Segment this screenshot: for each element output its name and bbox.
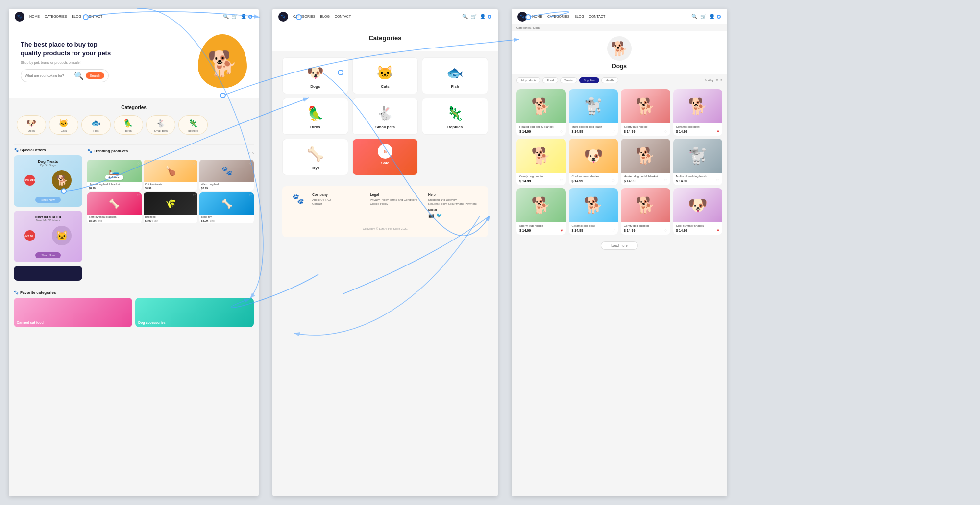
category-fish[interactable]: 🐟 Fish: [81, 115, 111, 135]
cat-fish-img: 🐟: [443, 63, 467, 82]
cat-box-cats[interactable]: 🐱 Cats: [352, 57, 418, 94]
prod-heart-4[interactable]: ♥: [717, 129, 719, 134]
footer-privacy-link[interactable]: Privacy Policy Terms and Conditions: [370, 198, 420, 201]
prod-heart-9[interactable]: ♥: [561, 228, 563, 233]
prod-heart-6[interactable]: ♡: [612, 179, 615, 183]
category-reptiles[interactable]: 🦎 Reptiles: [178, 115, 208, 135]
nav-home-link[interactable]: HOME: [29, 15, 40, 18]
prod-heart-11[interactable]: ♡: [664, 228, 667, 233]
prev-arrow[interactable]: ‹: [248, 150, 250, 156]
nav-blog-link-2[interactable]: BLOG: [320, 15, 329, 18]
category-birds[interactable]: 🦜 Birds: [114, 115, 143, 135]
filter-food[interactable]: Food: [542, 77, 558, 83]
nav-blog-link[interactable]: BLOG: [72, 15, 81, 18]
prod-heart-2[interactable]: ♡: [612, 129, 615, 134]
shop-now-btn-1[interactable]: Shop Now: [35, 197, 61, 203]
footer-shipping-link[interactable]: Shipping and Delivery: [428, 198, 478, 201]
prod-info-1: Heated dog bed & blanket $ 14.99 ♡: [516, 123, 566, 136]
nav-home-3[interactable]: HOME: [532, 15, 542, 18]
nav-contact-3[interactable]: CONTACT: [589, 15, 605, 18]
load-more-button[interactable]: Load more: [601, 241, 637, 250]
prod-heart-12[interactable]: ♥: [717, 228, 719, 233]
footer-company-title: Company: [312, 193, 362, 196]
filter-health[interactable]: Health: [601, 77, 618, 83]
heart-icon-5[interactable]: ♡: [193, 194, 196, 198]
shop-now-btn-2[interactable]: Shop Now: [35, 252, 61, 258]
prod-heart-1[interactable]: ♡: [560, 129, 563, 134]
prod-price-5: $ 14.99: [519, 179, 531, 183]
product-img-2: 🍗: [144, 160, 198, 182]
heart-icon-4[interactable]: ♡: [137, 194, 140, 198]
search-icon[interactable]: 🔍: [223, 14, 229, 19]
filter-supplies[interactable]: Supplies: [579, 77, 599, 83]
product-name-6: Bone toy: [199, 215, 254, 219]
prod-heart-10[interactable]: ♡: [612, 228, 615, 233]
cart-icon-2[interactable]: 🛒: [471, 14, 477, 19]
prod-price-row-2: $ 14.99 ♡: [572, 129, 615, 134]
cat-box-reptiles[interactable]: 🦎 Reptiles: [422, 98, 488, 135]
divider-1: [14, 144, 254, 145]
prod-heart-7[interactable]: ♡: [664, 179, 667, 183]
footer-about-link[interactable]: About Us FAQ: [312, 198, 362, 201]
heart-icon-2[interactable]: ♡: [193, 161, 196, 166]
prod-img-3: 🐕: [621, 89, 670, 123]
prod-heart-8[interactable]: ♡: [716, 179, 719, 183]
dogs-category-header: 🐕 Dogs: [512, 31, 727, 74]
cat-reptiles-name: Reptiles: [427, 125, 483, 129]
footer-cookie-link[interactable]: Cookie Policy: [370, 202, 420, 205]
filter-treats[interactable]: Treats: [560, 77, 577, 83]
footer-company-col: Company About Us FAQ Contact: [312, 193, 362, 218]
nav-cats-link[interactable]: CATEGORIES: [293, 15, 315, 18]
cat-box-small-pets[interactable]: 🐇 Small pets: [352, 98, 418, 135]
nav-cats-3[interactable]: CATEGORIES: [547, 15, 569, 18]
cat-box-toys[interactable]: 🦴 Toys: [282, 139, 348, 175]
cat-box-birds[interactable]: 🦜 Birds: [282, 98, 348, 135]
filter-all[interactable]: All products: [516, 77, 540, 83]
search-button[interactable]: Search: [86, 72, 104, 79]
sort-dropdown-icon[interactable]: ▼: [716, 79, 719, 82]
prod-price-10: $ 14.99: [572, 229, 583, 232]
category-small-pets[interactable]: 🐇 Small pets: [146, 115, 175, 135]
heart-icon-3[interactable]: ♡: [249, 161, 252, 166]
nav-categories-link[interactable]: CATEGORIES: [45, 15, 67, 18]
search-icon-3[interactable]: 🔍: [691, 14, 697, 19]
heart-icon-1[interactable]: ♡: [137, 161, 140, 166]
prod-img-11: 🐕: [621, 188, 670, 222]
prod-heart-5[interactable]: ♡: [560, 179, 563, 183]
cart-icon-3[interactable]: 🛒: [700, 14, 706, 19]
cart-icon[interactable]: 🛒: [232, 14, 238, 19]
twitter-icon[interactable]: 🐦: [436, 213, 442, 218]
heart-icon-6[interactable]: ♡: [249, 194, 252, 198]
nav-contact-link-2[interactable]: CONTACT: [335, 15, 351, 18]
user-icon[interactable]: 👤: [241, 14, 246, 19]
add-to-cart-btn-1[interactable]: Add to cart: [105, 175, 123, 180]
fav-dog-accessories-card[interactable]: Dog accessories: [135, 298, 254, 327]
prod-heart-3[interactable]: ♡: [664, 129, 667, 134]
nav-blog-3[interactable]: BLOG: [574, 15, 584, 18]
category-cats[interactable]: 🐱 Cats: [49, 115, 78, 135]
search-icon-2[interactable]: 🔍: [462, 14, 468, 19]
next-arrow[interactable]: ›: [252, 150, 254, 156]
nav-links-2: CATEGORIES BLOG CONTACT: [293, 15, 462, 18]
cat-box-fish[interactable]: 🐟 Fish: [422, 57, 488, 94]
chicken-icon: 🍗: [165, 166, 176, 176]
special-offers-column: 🐾 Special offers Dog Treats By DL Dogs 3…: [14, 148, 82, 281]
instagram-icon[interactable]: 📷: [428, 213, 434, 218]
nav-contact-link[interactable]: CONTACT: [86, 15, 102, 18]
prod-img-container-3: 🐕: [621, 89, 670, 123]
user-icon-2[interactable]: 👤: [480, 14, 486, 19]
cat-birds-img: 🦜: [303, 103, 327, 123]
fav-cat-food-card[interactable]: Canned cat food: [14, 298, 132, 327]
footer-contact-link[interactable]: Contact: [312, 202, 362, 205]
category-dogs[interactable]: 🐶 Dogs: [17, 115, 46, 135]
grid-view-icon[interactable]: ≡: [720, 79, 722, 82]
search-input[interactable]: [25, 74, 74, 77]
hero-subtitle: Shop by pet, brand or products on sale!: [21, 61, 119, 64]
categories-main-grid: 🐶 Dogs 🐱 Cats 🐟 Fish 🦜 Birds 🐇 Small pet…: [272, 51, 498, 181]
footer-returns-link[interactable]: Returns Policy Security and Payment: [428, 202, 478, 205]
user-icon-3[interactable]: 👤: [709, 14, 715, 19]
hero-text: The best place to buy top quality produc…: [21, 40, 119, 82]
hero-title: The best place to buy top quality produc…: [21, 40, 119, 58]
cat-box-dogs[interactable]: 🐶 Dogs: [282, 57, 348, 94]
cat-box-sale[interactable]: % Sale: [352, 139, 418, 175]
